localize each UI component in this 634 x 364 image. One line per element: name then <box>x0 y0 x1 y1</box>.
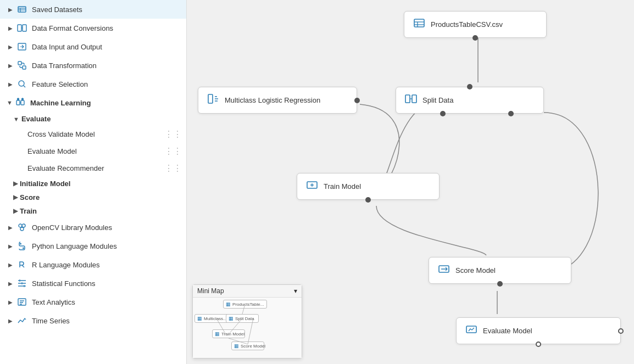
svg-rect-7 <box>18 61 21 65</box>
sidebar-item-opencv[interactable]: ▶ OpenCV Library Modules <box>0 218 186 237</box>
sidebar-item-statistical-functions[interactable]: ▶ Statistical Functions <box>0 274 186 293</box>
train-model-node[interactable]: Train Model <box>297 173 440 200</box>
chevron-right-icon: ▶ <box>7 242 14 250</box>
node-port-bottom <box>497 281 503 287</box>
sidebar-item-label: Saved Datasets <box>32 5 180 14</box>
score-model-label: Score Model <box>455 266 496 275</box>
mini-node-score: ▦ Score Model <box>231 341 264 350</box>
svg-point-9 <box>19 81 24 86</box>
sidebar-item-r-language[interactable]: ▶ R Language Modules <box>0 255 186 274</box>
chevron-right-icon: ▶ <box>13 208 18 215</box>
sidebar-item-label: Data Transformation <box>32 61 180 70</box>
svg-point-15 <box>22 224 25 227</box>
cross-validate-model-item[interactable]: Cross Validate Model ⋮⋮ <box>24 126 186 143</box>
svg-point-12 <box>17 98 19 100</box>
products-csv-node[interactable]: ProductsTableCSV.csv <box>404 11 547 38</box>
chevron-right-icon: ▶ <box>13 180 18 187</box>
mini-label: ProductsTable... <box>232 302 264 307</box>
sidebar-item-saved-datasets[interactable]: ▶ Saved Datasets <box>0 0 186 19</box>
evaluate-items: Cross Validate Model ⋮⋮ Evaluate Model ⋮… <box>13 126 186 177</box>
svg-point-13 <box>21 98 23 100</box>
node-port-bottom-hollow <box>536 341 541 347</box>
svg-point-18 <box>23 248 24 249</box>
score-model-icon <box>438 263 450 278</box>
score-header[interactable]: ▶ Score <box>13 191 186 204</box>
machine-learning-subsection: ▼ Evaluate Cross Validate Model ⋮⋮ Evalu… <box>0 112 186 218</box>
evaluate-recommender-item[interactable]: Evaluate Recommender ⋮⋮ <box>24 160 186 177</box>
mini-node-split: ▦ Split Data <box>226 314 259 323</box>
sidebar-item-label: R Language Modules <box>32 261 180 269</box>
sidebar-item-data-input-output[interactable]: ▶ Data Input and Output <box>0 37 186 56</box>
svg-rect-27 <box>412 95 416 103</box>
svg-point-16 <box>20 227 24 231</box>
sidebar-item-label: Python Language Modules <box>32 242 180 250</box>
sidebar-item-text-analytics[interactable]: ▶ Text Analytics <box>0 293 186 311</box>
sidebar-item-label: Text Analytics <box>32 298 180 306</box>
chevron-right-icon: ▶ <box>7 24 14 32</box>
svg-rect-0 <box>18 7 26 12</box>
chevron-right-icon: ▶ <box>7 317 14 324</box>
sidebar-item-label: Data Format Conversions <box>32 24 180 32</box>
train-model-label: Train Model <box>324 182 361 191</box>
svg-point-17 <box>20 243 21 244</box>
chevron-right-icon: ▶ <box>13 194 18 201</box>
evaluate-model-node[interactable]: Evaluate Model <box>456 317 621 344</box>
mini-node-train: ▦ Train Model <box>212 329 245 338</box>
node-port-bottom <box>472 35 478 41</box>
chevron-right-icon: ▶ <box>7 261 14 268</box>
node-port-right <box>354 98 360 103</box>
split-data-icon <box>405 93 417 108</box>
svg-rect-10 <box>16 100 20 105</box>
node-port-bottom-left <box>440 111 446 116</box>
svg-point-14 <box>19 224 22 227</box>
sidebar-item-python[interactable]: ▶ Python Language Modules <box>0 237 186 255</box>
sidebar-item-time-series[interactable]: ▶ Time Series <box>0 311 186 330</box>
score-label: Score <box>20 193 40 201</box>
sidebar: ▶ Saved Datasets ▶ Data Format Conversio… <box>0 0 187 364</box>
sidebar-item-feature-selection[interactable]: ▶ Feature Selection <box>0 75 186 93</box>
evaluate-subsection-header[interactable]: ▼ Evaluate <box>13 112 186 126</box>
node-port-bottom <box>365 197 371 203</box>
chevron-down-icon: ▼ <box>7 99 13 106</box>
statistical-functions-icon <box>16 278 27 289</box>
mini-map-header[interactable]: Mini Map ▾ <box>193 285 302 298</box>
svg-rect-11 <box>21 100 24 105</box>
saved-datasets-icon <box>16 4 27 15</box>
sidebar-item-machine-learning[interactable]: ▼ Machine Learning <box>0 93 186 112</box>
feature-selection-icon <box>16 79 27 89</box>
opencv-icon <box>16 222 27 233</box>
multiclass-label: Multiclass Logistic Regression <box>225 96 320 104</box>
sidebar-item-data-transformation[interactable]: ▶ Data Transformation <box>0 56 186 75</box>
data-format-icon <box>16 23 27 33</box>
svg-rect-21 <box>414 19 424 27</box>
chevron-right-icon: ▶ <box>7 298 14 306</box>
split-data-node[interactable]: Split Data <box>396 87 544 114</box>
mini-map: Mini Map ▾ ▦ ProductsTable... ▦ Multicla… <box>192 284 302 359</box>
sidebar-item-data-format-conversions[interactable]: ▶ Data Format Conversions <box>0 19 186 37</box>
chevron-right-icon: ▶ <box>7 279 14 287</box>
text-analytics-icon <box>16 296 27 307</box>
mini-map-dropdown-icon[interactable]: ▾ <box>294 287 297 295</box>
train-model-icon <box>306 179 318 194</box>
multiclass-logistic-regression-node[interactable]: Multiclass Logistic Regression <box>198 87 357 114</box>
r-language-icon <box>16 259 27 270</box>
svg-rect-5 <box>23 25 26 31</box>
node-port-right-hollow <box>618 328 624 334</box>
chevron-right-icon: ▶ <box>7 223 14 231</box>
mini-node-products-csv: ▦ ProductsTable... <box>223 300 267 309</box>
time-series-icon <box>16 315 27 326</box>
train-label: Train <box>20 207 37 215</box>
score-model-node[interactable]: Score Model <box>429 257 571 284</box>
evaluate-model-label: Evaluate Model <box>27 147 77 155</box>
node-port-top <box>467 84 472 89</box>
evaluate-model-item[interactable]: Evaluate Model ⋮⋮ <box>24 143 186 160</box>
drag-handle-icon: ⋮⋮ <box>164 129 182 139</box>
node-port-bottom-right <box>508 111 514 116</box>
train-header[interactable]: ▶ Train <box>13 204 186 218</box>
chevron-right-icon: ▶ <box>7 43 14 51</box>
sidebar-item-label: Machine Learning <box>30 99 91 107</box>
initialize-model-header[interactable]: ▶ Initialize Model <box>13 177 186 191</box>
main-canvas: ProductsTableCSV.csv Multiclass Logistic… <box>187 0 634 364</box>
chevron-right-icon: ▶ <box>7 80 14 88</box>
sidebar-item-label: OpenCV Library Modules <box>32 223 180 232</box>
